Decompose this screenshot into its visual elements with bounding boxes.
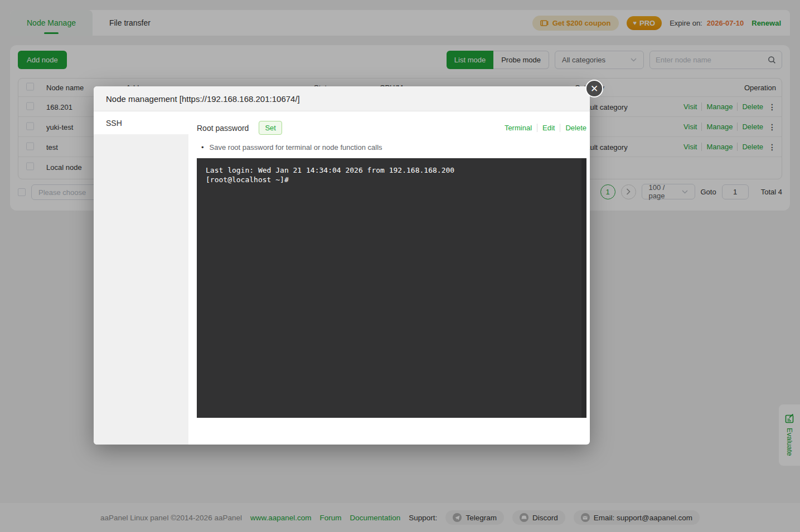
root-password-label: Root password — [197, 124, 249, 133]
terminal-scrollbar[interactable] — [581, 158, 586, 418]
terminal-link[interactable]: Terminal — [505, 124, 532, 132]
modal-body: SSH Root password Set Terminal Edit Dele… — [94, 111, 590, 445]
node-management-modal: Node management [https://192.168.168.201… — [94, 86, 590, 445]
modal-sidebar: SSH — [94, 111, 188, 445]
set-button[interactable]: Set — [259, 121, 282, 135]
close-icon: ✕ — [590, 84, 598, 94]
terminal-line: [root@localhost ~]# — [206, 175, 578, 184]
modal-title: Node management [https://192.168.168.201… — [106, 94, 300, 104]
terminal-line: Last login: Wed Jan 21 14:34:04 2026 fro… — [206, 165, 578, 175]
delete-link[interactable]: Delete — [560, 124, 586, 132]
sidebar-item-ssh-label: SSH — [106, 119, 122, 128]
node-action-links: Terminal Edit Delete — [505, 124, 586, 132]
modal-close-button[interactable]: ✕ — [585, 80, 603, 97]
edit-link[interactable]: Edit — [537, 124, 555, 132]
modal-content: Root password Set Terminal Edit Delete S… — [188, 111, 590, 445]
page: Node Manage File transfer Get $200 coupo… — [0, 0, 800, 532]
terminal[interactable]: Last login: Wed Jan 21 14:34:04 2026 fro… — [197, 158, 586, 418]
root-password-note: Save root password for terminal or node … — [197, 143, 586, 152]
modal-header: Node management [https://192.168.168.201… — [94, 86, 590, 111]
root-password-row: Root password Set Terminal Edit Delete — [197, 121, 586, 135]
sidebar-item-ssh[interactable]: SSH — [94, 111, 188, 134]
